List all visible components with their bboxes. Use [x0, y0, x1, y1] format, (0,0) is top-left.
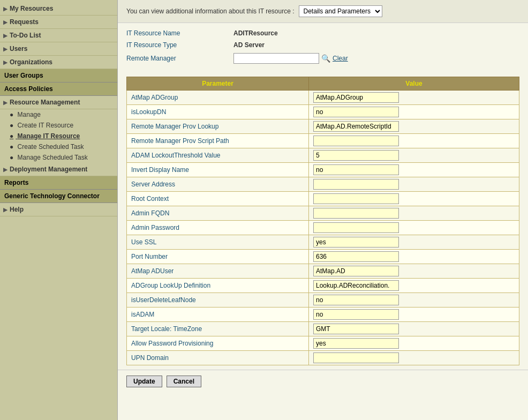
param-value-cell [309, 293, 519, 308]
param-name: isLookupDN [127, 105, 309, 119]
sidebar-label: Requests [10, 18, 39, 26]
sidebar-item-resource-management[interactable]: ▶ Resource Management [0, 96, 117, 109]
param-value-input[interactable] [313, 121, 399, 132]
param-value-input[interactable] [313, 338, 399, 349]
table-row: AtMap ADGroup [127, 91, 519, 105]
param-value-input[interactable] [313, 324, 399, 334]
param-value-input[interactable] [313, 222, 399, 233]
sidebar-item-todo[interactable]: ▶ To-Do List [0, 29, 117, 42]
sidebar-label: My Resources [10, 5, 53, 12]
sidebar-section-user-groups[interactable]: User Groups [0, 69, 117, 82]
parameters-table: Parameter Value AtMap ADGroupisLookupDNR… [126, 77, 519, 365]
param-value-input[interactable] [313, 208, 399, 219]
param-value-input[interactable] [313, 266, 399, 276]
param-value-cell [309, 192, 519, 206]
param-value-cell [309, 308, 519, 322]
sidebar-sub-create-it-resource[interactable]: ● Create IT Resource [0, 120, 117, 131]
remote-manager-row: Remote Manager 🔍 Clear [126, 53, 519, 64]
sidebar-sub-manage-scheduled-task[interactable]: ● Manage Scheduled Task [0, 152, 117, 163]
param-value-input[interactable] [313, 150, 399, 161]
param-name: Admin FQDN [127, 206, 309, 221]
sidebar-section-reports[interactable]: Reports [0, 176, 117, 190]
table-row: Invert Display Name [127, 163, 519, 177]
param-value-input[interactable] [313, 251, 399, 262]
param-value-cell [309, 177, 519, 192]
sidebar-sub-manage-it-resource[interactable]: ● Manage IT Resource [0, 131, 117, 141]
search-icon[interactable]: 🔍 [321, 54, 330, 63]
update-button[interactable]: Update [126, 376, 162, 387]
param-name: ADGroup LookUp Definition [127, 279, 309, 293]
table-row: Remote Manager Prov Lookup [127, 119, 519, 134]
param-name: Target Locale: TimeZone [127, 322, 309, 336]
remote-manager-input[interactable] [233, 53, 319, 64]
sidebar-item-organizations[interactable]: ▶ Organizations [0, 56, 117, 69]
sidebar-label: Help [10, 206, 24, 213]
param-value-input[interactable] [313, 295, 399, 305]
sidebar-section-generic-technology[interactable]: Generic Technology Connector [0, 190, 117, 203]
clear-link[interactable]: Clear [333, 55, 348, 62]
table-row: Remote Manager Prov Script Path [127, 134, 519, 148]
it-resource-type-value: AD Server [233, 41, 265, 49]
param-value-input[interactable] [313, 280, 399, 291]
cancel-button[interactable]: Cancel [167, 376, 201, 387]
table-row: Target Locale: TimeZone [127, 322, 519, 336]
table-row: UPN Domain [127, 351, 519, 365]
table-row: Root Context [127, 192, 519, 206]
arrow-icon: ▶ [3, 19, 7, 25]
sidebar-section-access-policies[interactable]: Access Policies [0, 82, 117, 96]
param-value-input[interactable] [313, 309, 399, 320]
arrow-icon: ▶ [3, 59, 7, 65]
it-resource-name-value: ADITResource [233, 29, 278, 37]
table-row: Admin Password [127, 221, 519, 235]
sidebar-item-my-resources[interactable]: ▶ My Resources [0, 2, 117, 16]
details-dropdown[interactable]: Details and Parameters [299, 5, 382, 17]
sidebar-item-help[interactable]: ▶ Help [0, 203, 117, 216]
param-name: Remote Manager Prov Script Path [127, 134, 309, 148]
param-value-cell [309, 336, 519, 351]
sidebar-label: Resource Management [10, 99, 80, 106]
sidebar-item-requests[interactable]: ▶ Requests [0, 16, 117, 29]
param-value-cell [309, 91, 519, 105]
param-value-cell [309, 206, 519, 221]
sidebar-item-users[interactable]: ▶ Users [0, 42, 117, 56]
param-value-input[interactable] [313, 193, 399, 204]
sidebar-label: Create IT Resource [18, 122, 74, 129]
remote-manager-label: Remote Manager [126, 55, 233, 62]
param-value-cell [309, 235, 519, 250]
arrow-icon: ▶ [3, 6, 7, 12]
arrow-icon: ▶ [3, 207, 7, 213]
sidebar-label: Reports [4, 179, 28, 186]
table-row: AtMap ADUser [127, 264, 519, 279]
sidebar-label: Create Scheduled Task [18, 143, 84, 151]
param-value-input[interactable] [313, 92, 399, 103]
param-value-input[interactable] [313, 352, 399, 363]
sidebar-sub-manage[interactable]: ● Manage [0, 109, 117, 120]
param-name: isADAM [127, 308, 309, 322]
info-section: IT Resource Name ADITResource IT Resourc… [118, 23, 528, 72]
it-resource-name-label: IT Resource Name [126, 29, 233, 37]
remote-manager-controls: 🔍 Clear [233, 53, 348, 64]
sidebar-item-deployment-management[interactable]: ▶ Deployment Management [0, 163, 117, 176]
main-content: You can view additional information abou… [118, 0, 528, 420]
arrow-icon: ▶ [3, 46, 7, 52]
param-name: Admin Password [127, 221, 309, 235]
it-resource-name-row: IT Resource Name ADITResource [126, 29, 519, 37]
param-value-cell [309, 148, 519, 163]
param-name: isUserDeleteLeafNode [127, 293, 309, 308]
sidebar-label: User Groups [4, 72, 43, 79]
param-name: Port Number [127, 250, 309, 264]
table-row: ADGroup LookUp Definition [127, 279, 519, 293]
param-name: Use SSL [127, 235, 309, 250]
param-value-cell [309, 134, 519, 148]
col-parameter: Parameter [127, 77, 309, 91]
param-value-input[interactable] [313, 164, 399, 175]
sidebar-label: Manage IT Resource [18, 132, 80, 140]
param-value-input[interactable] [313, 136, 399, 146]
sidebar-label: Generic Technology Connector [4, 192, 100, 200]
param-value-input[interactable] [313, 237, 399, 248]
param-value-input[interactable] [313, 179, 399, 190]
param-name: Root Context [127, 192, 309, 206]
param-value-input[interactable] [313, 107, 399, 117]
sidebar-sub-create-scheduled-task[interactable]: ● Create Scheduled Task [0, 141, 117, 152]
table-row: Admin FQDN [127, 206, 519, 221]
